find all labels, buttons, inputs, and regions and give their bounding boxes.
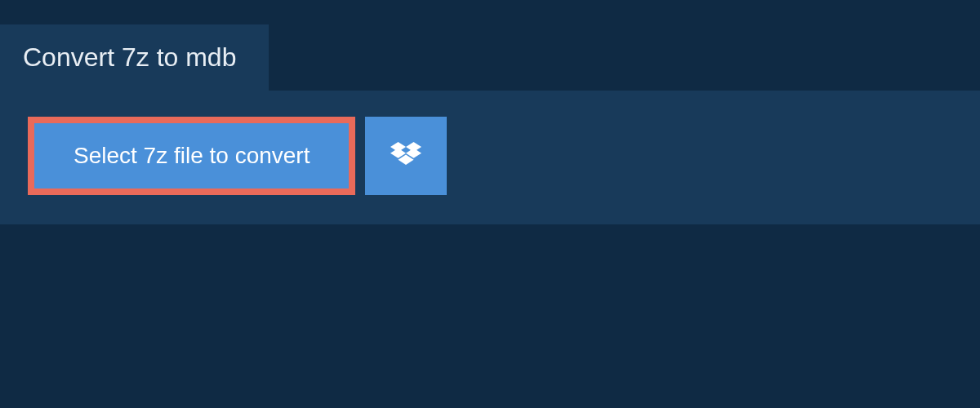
page-title: Convert 7z to mdb xyxy=(23,42,236,73)
dropbox-button[interactable] xyxy=(365,117,447,195)
upload-panel: Select 7z file to convert xyxy=(0,91,980,224)
select-file-button-label: Select 7z file to convert xyxy=(74,143,310,169)
below-spacer xyxy=(0,224,980,388)
button-row: Select 7z file to convert xyxy=(28,117,952,195)
select-file-button[interactable]: Select 7z file to convert xyxy=(28,117,355,195)
dropbox-icon xyxy=(390,141,421,171)
page-title-tab: Convert 7z to mdb xyxy=(0,24,269,91)
